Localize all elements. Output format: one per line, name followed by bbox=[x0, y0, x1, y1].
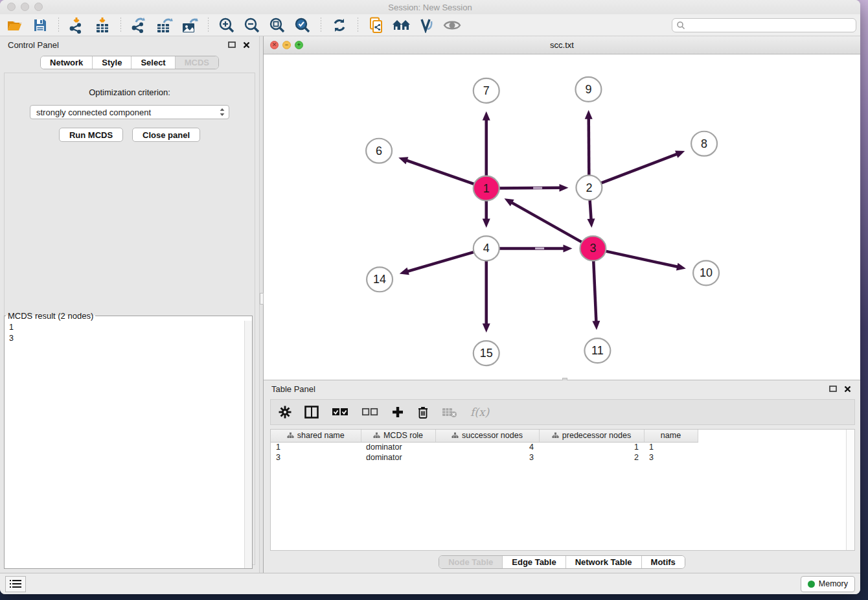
delete-table-icon[interactable] bbox=[442, 406, 457, 418]
graph-node-label: 2 bbox=[586, 181, 592, 194]
refresh-network-icon[interactable] bbox=[330, 16, 349, 34]
graph-node-label: 7 bbox=[483, 84, 490, 97]
network-canvas[interactable]: 7968124314101511 bbox=[264, 54, 860, 380]
graph-edge-3-1[interactable] bbox=[511, 202, 593, 248]
minimize-window-button[interactable] bbox=[21, 3, 29, 11]
table-cell[interactable]: 1 bbox=[644, 442, 698, 452]
column-header-name[interactable]: name bbox=[644, 430, 698, 442]
mcds-result-list[interactable]: 13 bbox=[5, 321, 252, 344]
table-scrollbar[interactable] bbox=[846, 430, 854, 550]
import-network-icon[interactable] bbox=[67, 16, 87, 34]
edge-arrowhead-icon bbox=[676, 263, 686, 271]
edge-label-mark bbox=[533, 187, 542, 189]
search-box[interactable] bbox=[672, 18, 856, 32]
edge-arrowhead-icon bbox=[483, 323, 490, 332]
tab-mcds[interactable]: MCDS bbox=[175, 56, 218, 69]
network-minimize-button[interactable]: − bbox=[282, 41, 291, 49]
edge-arrowhead-icon bbox=[592, 321, 600, 330]
tab-style[interactable]: Style bbox=[92, 56, 131, 69]
table-cell[interactable]: 3 bbox=[271, 452, 361, 463]
edge-arrowhead-icon bbox=[398, 157, 408, 164]
unselect-all-columns-icon[interactable] bbox=[361, 408, 378, 417]
tab-network-table[interactable]: Network Table bbox=[565, 556, 641, 568]
mcds-result-item[interactable]: 1 bbox=[9, 322, 252, 333]
panel-splitter[interactable] bbox=[259, 36, 264, 573]
function-builder-icon[interactable]: f(x) bbox=[470, 406, 489, 419]
delete-column-icon[interactable] bbox=[417, 406, 429, 419]
export-network-icon[interactable] bbox=[130, 16, 149, 34]
network-view-title: scc.txt bbox=[550, 40, 574, 50]
search-input[interactable] bbox=[688, 21, 852, 30]
edge-arrowhead-icon bbox=[559, 184, 568, 192]
column-header-mcds-role[interactable]: MCDS role bbox=[361, 430, 435, 442]
memory-button[interactable]: Memory bbox=[801, 576, 855, 592]
maximize-window-button[interactable] bbox=[34, 3, 43, 11]
network-close-button[interactable]: ✕ bbox=[270, 41, 279, 49]
tab-edge-table[interactable]: Edge Table bbox=[502, 556, 565, 568]
float-table-panel-icon[interactable] bbox=[828, 384, 838, 393]
table-cell[interactable]: 3 bbox=[435, 452, 539, 463]
table-panel-title: Table Panel bbox=[271, 384, 315, 394]
column-header-shared-name[interactable]: shared name bbox=[271, 430, 361, 442]
table-cell[interactable]: 3 bbox=[644, 452, 698, 463]
edge-arrowhead-icon bbox=[483, 111, 490, 121]
copy-network-view-icon[interactable] bbox=[367, 16, 386, 34]
list-icon bbox=[10, 579, 21, 588]
edge-arrowhead-icon bbox=[675, 151, 685, 158]
graph-edge-2-8[interactable] bbox=[589, 154, 678, 187]
import-table-icon[interactable] bbox=[93, 16, 112, 34]
window-title: Session: New Session bbox=[388, 3, 472, 12]
zoom-out-icon[interactable] bbox=[242, 16, 262, 34]
table-cell[interactable]: 4 bbox=[435, 442, 539, 452]
toolbar-separator bbox=[208, 17, 209, 33]
window-titlebar: Session: New Session bbox=[0, 0, 860, 14]
select-all-columns-icon[interactable] bbox=[332, 408, 348, 417]
graph-node-label: 15 bbox=[480, 347, 493, 360]
table-header-row[interactable]: shared name MCDS role successor nodes pr… bbox=[271, 430, 698, 442]
tab-select[interactable]: Select bbox=[131, 56, 174, 69]
network-view-titlebar[interactable]: ✕ − + scc.txt bbox=[264, 36, 860, 54]
edge-arrowhead-icon bbox=[588, 218, 595, 227]
close-panel-button[interactable]: Close panel bbox=[132, 128, 200, 142]
window-controls[interactable] bbox=[7, 3, 43, 11]
optimization-criterion-label: Optimization criterion: bbox=[5, 87, 255, 97]
mcds-result-item[interactable]: 3 bbox=[9, 333, 252, 344]
toolbar-separator bbox=[120, 17, 121, 33]
criterion-dropdown[interactable]: strongly connected component bbox=[30, 105, 229, 119]
zoom-fit-icon[interactable] bbox=[268, 16, 287, 34]
show-hide-graphics-icon[interactable] bbox=[442, 16, 462, 34]
close-table-panel-icon[interactable] bbox=[842, 384, 852, 393]
open-session-icon[interactable] bbox=[5, 16, 25, 34]
task-history-button[interactable] bbox=[5, 576, 26, 592]
home-layout-icon[interactable] bbox=[392, 16, 411, 34]
tab-motifs[interactable]: Motifs bbox=[641, 556, 685, 568]
table-row[interactable]: 3dominator323 bbox=[271, 452, 698, 463]
result-scrollbar[interactable] bbox=[244, 321, 252, 568]
table-cell[interactable]: 2 bbox=[539, 452, 644, 463]
table-cell[interactable]: dominator bbox=[361, 452, 435, 463]
graph-node-label: 11 bbox=[591, 344, 604, 357]
export-table-icon[interactable] bbox=[155, 16, 174, 34]
node-table-view: shared name MCDS role successor nodes pr… bbox=[270, 429, 855, 551]
column-header-predecessor-nodes[interactable]: predecessor nodes bbox=[539, 430, 644, 442]
vizmapper-icon[interactable] bbox=[417, 16, 437, 34]
float-panel-icon[interactable] bbox=[227, 40, 237, 49]
close-panel-icon[interactable] bbox=[241, 40, 251, 49]
network-maximize-button[interactable]: + bbox=[295, 41, 303, 49]
zoom-in-icon[interactable] bbox=[217, 16, 236, 34]
table-cell[interactable]: 1 bbox=[539, 442, 644, 452]
close-window-button[interactable] bbox=[7, 3, 16, 11]
column-header-successor-nodes[interactable]: successor nodes bbox=[435, 430, 539, 442]
table-cell[interactable]: dominator bbox=[361, 442, 435, 452]
table-cell[interactable]: 1 bbox=[271, 442, 361, 452]
save-session-icon[interactable] bbox=[30, 16, 50, 34]
zoom-selected-icon[interactable] bbox=[293, 16, 312, 34]
table-row[interactable]: 1dominator411 bbox=[271, 442, 698, 452]
run-mcds-button[interactable]: Run MCDS bbox=[59, 128, 123, 142]
table-settings-gear-icon[interactable] bbox=[279, 406, 291, 419]
toggle-column-panel-icon[interactable] bbox=[304, 406, 319, 419]
tab-node-table[interactable]: Node Table bbox=[439, 556, 502, 568]
export-image-icon[interactable] bbox=[180, 16, 200, 34]
tab-network[interactable]: Network bbox=[41, 56, 92, 69]
add-column-icon[interactable] bbox=[391, 406, 404, 419]
